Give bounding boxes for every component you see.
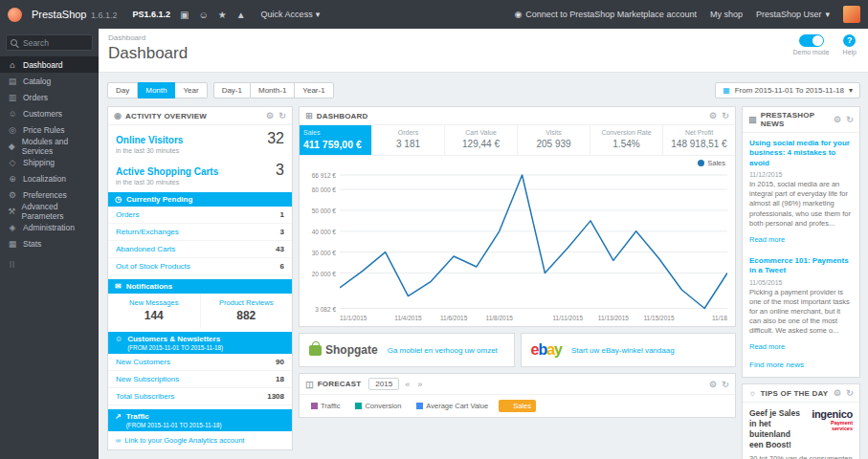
sidebar-item-catalog[interactable]: ▤ Catalog xyxy=(0,73,99,89)
envelope-icon: ✉ xyxy=(115,282,122,291)
sidebar-item-label: Dashboard xyxy=(23,60,63,70)
kpi-conversion-rate-tab[interactable]: Conversion Rate 1.54% xyxy=(590,125,663,155)
breadcrumb[interactable]: Dashboard xyxy=(108,33,858,42)
kpi-orders-tab[interactable]: Orders 3 181 xyxy=(372,125,445,155)
sidebar-item-price-rules[interactable]: ◎ Price Rules xyxy=(0,121,99,138)
shopgate-link[interactable]: Ga mobiel en verhoog uw omzet xyxy=(388,346,498,355)
active-carts-row[interactable]: Active Shopping Carts 3 in the last 30 m… xyxy=(108,157,292,188)
calendar-icon: ▦ xyxy=(723,86,730,95)
demo-mode-toggle[interactable] xyxy=(799,34,824,47)
refresh-icon[interactable]: ↻ xyxy=(722,111,729,120)
sidebar-item-advanced-parameters[interactable]: ⚒ Advanced Parameters xyxy=(0,203,99,219)
new-messages-cell[interactable]: New Messages 144 xyxy=(108,294,200,328)
ebay-link[interactable]: Start uw eBay-winkel vandaag xyxy=(571,346,675,355)
gear-icon: ⚙ xyxy=(8,190,17,200)
year-button[interactable]: Year xyxy=(175,82,207,98)
forecast-toggle-conversion[interactable]: Conversion xyxy=(350,400,406,412)
gear-icon[interactable]: ⚙ xyxy=(709,380,717,389)
marketplace-link[interactable]: ◉ Connect to PrestaShop Marketplace acco… xyxy=(514,10,696,19)
gear-icon[interactable]: ⚙ xyxy=(834,115,841,124)
traffic-title: Traffic xyxy=(126,412,149,421)
forecast-toggle-sales[interactable]: Sales xyxy=(499,400,536,412)
date-range-picker[interactable]: ▦ From 2015-11-01 To 2015-11-18 ▾ xyxy=(715,82,860,98)
return-exchanges-link[interactable]: Return/Exchanges xyxy=(116,228,179,236)
cart-icon[interactable]: ▣ xyxy=(180,10,189,20)
month-minus-1-button[interactable]: Month-1 xyxy=(251,82,295,98)
total-subscribers-row: Total Subscribers 1308 xyxy=(108,388,292,405)
new-customers-link[interactable]: New Customers xyxy=(116,358,170,366)
pending-orders-link[interactable]: Orders xyxy=(116,210,139,219)
abandoned-carts-row: Abandoned Carts 43 xyxy=(108,241,292,258)
out-of-stock-link[interactable]: Out of Stock Products xyxy=(116,262,190,271)
month-button[interactable]: Month xyxy=(138,82,175,98)
refresh-icon[interactable]: ↻ xyxy=(278,111,286,120)
rocket-icon[interactable]: ▲ xyxy=(236,10,246,20)
forecast-toggle-label: Traffic xyxy=(321,402,340,410)
gear-icon[interactable]: ⚙ xyxy=(266,111,274,120)
day-button[interactable]: Day xyxy=(107,82,138,98)
previous-year-button[interactable]: « xyxy=(403,380,412,389)
my-shop-link[interactable]: My shop xyxy=(710,10,743,19)
forecast-year-select[interactable]: 2015 xyxy=(368,378,399,390)
sidebar-item-stats[interactable]: ▦ Stats xyxy=(0,235,99,251)
read-more-link[interactable]: Read more xyxy=(749,342,785,351)
kpi-sales-tab[interactable]: Sales 411 759,00 € xyxy=(300,125,372,155)
conversion-color-swatch xyxy=(355,403,362,409)
y-axis: 3 082 €20 000 €30 000 €40 000 €50 000 €6… xyxy=(305,169,340,313)
abandoned-carts-link[interactable]: Abandoned Carts xyxy=(116,245,175,253)
year-minus-1-button[interactable]: Year-1 xyxy=(295,82,333,98)
sidebar-item-shipping[interactable]: ◇ Shipping xyxy=(0,154,99,170)
read-more-link[interactable]: Read more xyxy=(749,235,785,244)
google-analytics-link[interactable]: ∞ Link to your Google Analytics account xyxy=(108,431,292,449)
dashboard-columns: ◉ ACTIVITY OVERVIEW ⚙ ↻ Online Visitors … xyxy=(99,106,868,459)
kpi-visits-tab[interactable]: Visits 205 939 xyxy=(518,125,590,155)
pending-orders-row: Orders 1 xyxy=(108,207,292,224)
avatar[interactable] xyxy=(843,6,860,23)
product-reviews-cell[interactable]: Product Reviews 882 xyxy=(200,294,293,328)
refresh-icon[interactable]: ↻ xyxy=(846,388,854,398)
return-exchanges-row: Return/Exchanges 3 xyxy=(108,224,292,241)
find-more-news-link[interactable]: Find more news xyxy=(743,358,859,377)
sidebar-item-modules[interactable]: ◆ Modules and Services xyxy=(0,138,99,154)
people-icon: ☺ xyxy=(115,335,122,343)
sidebar-item-preferences[interactable]: ⚙ Preferences xyxy=(0,186,99,203)
star-icon[interactable]: ★ xyxy=(218,10,227,20)
orders-icon: ▥ xyxy=(8,93,17,102)
chart-legend[interactable]: Sales xyxy=(698,159,725,167)
news-item-date: 11/05/2015 xyxy=(749,279,853,286)
shop-name-menu[interactable]: PS1.6.1.2 xyxy=(133,10,171,19)
refresh-icon[interactable]: ↻ xyxy=(722,380,729,389)
ebay-letter: b xyxy=(538,341,546,358)
ingenico-logo-subtext: Payment services xyxy=(809,420,853,431)
kpi-cart-value-tab[interactable]: Cart Value 129,44 € xyxy=(445,125,518,155)
search-input[interactable] xyxy=(6,34,93,51)
kpi-net-profit-tab[interactable]: Net Profit 148 918,51 € xyxy=(663,125,735,155)
gear-icon[interactable]: ⚙ xyxy=(709,111,717,120)
news-item-title[interactable]: Ecommerce 101: Payments in a Tweet xyxy=(749,256,853,276)
day-minus-1-button[interactable]: Day-1 xyxy=(213,82,251,98)
forecast-toggle-traffic[interactable]: Traffic xyxy=(306,400,345,412)
sidebar-item-administration[interactable]: ◈ Administration xyxy=(0,219,99,235)
help-icon[interactable]: ? xyxy=(843,34,856,47)
forecast-toggle-average-cart-value[interactable]: Average Cart Value xyxy=(412,400,493,412)
sidebar-collapse-button[interactable]: || xyxy=(0,251,99,275)
sidebar-item-orders[interactable]: ▥ Orders xyxy=(0,89,99,105)
next-year-button[interactable]: » xyxy=(415,380,424,389)
pending-orders-value: 1 xyxy=(280,210,284,219)
new-subscriptions-link[interactable]: New Subscriptions xyxy=(116,375,179,383)
user-icon[interactable]: ☺ xyxy=(199,10,209,20)
sidebar-item-dashboard[interactable]: ⌂ Dashboard xyxy=(0,56,99,73)
notifications-columns: New Messages 144 Product Reviews 882 xyxy=(108,294,292,328)
online-visitors-row[interactable]: Online Visitors 32 in the last 30 minute… xyxy=(108,125,292,157)
kpi-label: Conversion Rate xyxy=(594,129,658,136)
news-item-title[interactable]: Using social media for your business: 4 … xyxy=(749,139,853,168)
gear-icon[interactable]: ⚙ xyxy=(834,388,841,398)
total-subscribers-link[interactable]: Total Subscribers xyxy=(116,392,174,401)
sidebar-item-customers[interactable]: ☺ Customers xyxy=(0,105,99,121)
quick-access-menu[interactable]: Quick Access ▾ xyxy=(261,10,321,19)
user-menu[interactable]: PrestaShop User ▾ xyxy=(756,10,830,19)
right-column: ▤ PRESTASHOP NEWS ⚙ ↻ Using social media… xyxy=(742,106,860,459)
sidebar-item-localization[interactable]: ⊕ Localization xyxy=(0,170,99,186)
home-icon: ⌂ xyxy=(8,60,17,70)
refresh-icon[interactable]: ↻ xyxy=(846,115,854,124)
